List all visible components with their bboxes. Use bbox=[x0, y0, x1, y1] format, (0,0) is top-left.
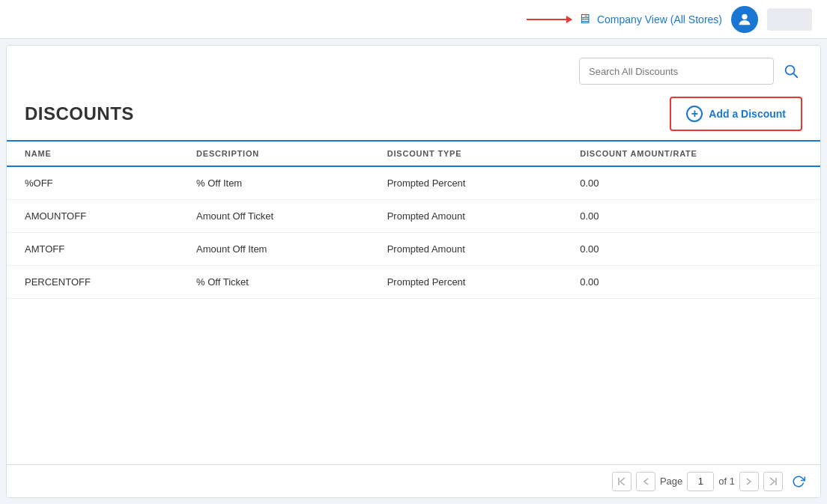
cell-discount_amount: 0.00 bbox=[562, 233, 820, 266]
col-header-description: DESCRIPTION bbox=[178, 141, 369, 166]
table-header: NAME DESCRIPTION DISCOUNT TYPE DISCOUNT … bbox=[7, 141, 820, 166]
discounts-table: NAME DESCRIPTION DISCOUNT TYPE DISCOUNT … bbox=[7, 140, 820, 464]
search-button[interactable] bbox=[780, 63, 802, 79]
col-header-name: NAME bbox=[7, 141, 178, 166]
cell-name: AMOUNTOFF bbox=[7, 200, 178, 233]
user-name-area bbox=[767, 8, 812, 31]
svg-point-0 bbox=[742, 13, 747, 19]
cell-description: Amount Off Ticket bbox=[178, 200, 369, 233]
search-icon bbox=[783, 63, 799, 79]
last-page-button[interactable] bbox=[763, 472, 783, 491]
discounts-header-row: DISCOUNTS + Add a Discount bbox=[7, 91, 820, 140]
cell-discount_type: Prompted Percent bbox=[369, 166, 563, 200]
cell-name: PERCENTOFF bbox=[7, 266, 178, 299]
col-header-discount-type: DISCOUNT TYPE bbox=[369, 141, 563, 166]
cell-discount_type: Prompted Percent bbox=[369, 266, 563, 299]
main-container: 🖥 Company View (All Stores) DISCOUNTS + bbox=[0, 0, 827, 504]
search-row bbox=[7, 46, 820, 91]
add-discount-label: Add a Discount bbox=[709, 108, 786, 120]
first-page-icon bbox=[617, 477, 626, 486]
cell-discount_type: Prompted Amount bbox=[369, 233, 563, 266]
pagination-bar: Page of 1 bbox=[7, 464, 820, 497]
prev-page-icon bbox=[642, 478, 649, 485]
red-arrow-indicator bbox=[527, 19, 572, 20]
table-row[interactable]: AMOUNTOFFAmount Off TicketPrompted Amoun… bbox=[7, 200, 820, 233]
top-bar: 🖥 Company View (All Stores) bbox=[0, 0, 827, 39]
cell-discount_amount: 0.00 bbox=[562, 200, 820, 233]
cell-description: % Off Ticket bbox=[178, 266, 369, 299]
search-input[interactable] bbox=[579, 58, 774, 85]
next-page-icon bbox=[745, 478, 753, 485]
refresh-button[interactable] bbox=[792, 475, 805, 488]
last-page-icon bbox=[769, 477, 778, 486]
col-header-discount-amount: DISCOUNT AMOUNT/RATE bbox=[562, 141, 820, 166]
table-row[interactable]: %OFF% Off ItemPrompted Percent0.00 bbox=[7, 166, 820, 200]
table-body: %OFF% Off ItemPrompted Percent0.00AMOUNT… bbox=[7, 166, 820, 299]
refresh-icon bbox=[792, 475, 805, 488]
cell-description: Amount Off Item bbox=[178, 233, 369, 266]
table-row[interactable]: PERCENTOFF% Off TicketPrompted Percent0.… bbox=[7, 266, 820, 299]
arrow-line bbox=[527, 19, 572, 20]
user-avatar[interactable] bbox=[731, 6, 758, 33]
company-view-label: Company View (All Stores) bbox=[597, 13, 722, 25]
of-label: of 1 bbox=[718, 476, 735, 487]
table-header-row: NAME DESCRIPTION DISCOUNT TYPE DISCOUNT … bbox=[7, 141, 820, 166]
cell-discount_type: Prompted Amount bbox=[369, 200, 563, 233]
cell-name: AMTOFF bbox=[7, 233, 178, 266]
page-label: Page bbox=[660, 476, 682, 487]
svg-line-2 bbox=[793, 73, 797, 77]
next-page-button[interactable] bbox=[739, 472, 759, 491]
discounts-data-table: NAME DESCRIPTION DISCOUNT TYPE DISCOUNT … bbox=[7, 140, 820, 299]
cell-discount_amount: 0.00 bbox=[562, 166, 820, 200]
prev-page-button[interactable] bbox=[636, 472, 655, 491]
company-view-area: 🖥 Company View (All Stores) bbox=[527, 11, 722, 27]
add-discount-button[interactable]: + Add a Discount bbox=[670, 97, 802, 131]
table-row[interactable]: AMTOFFAmount Off ItemPrompted Amount0.00 bbox=[7, 233, 820, 266]
cell-discount_amount: 0.00 bbox=[562, 266, 820, 299]
plus-circle-icon: + bbox=[686, 106, 703, 122]
page-number-input[interactable] bbox=[687, 472, 714, 491]
cell-description: % Off Item bbox=[178, 166, 369, 200]
store-icon: 🖥 bbox=[578, 11, 591, 27]
page-title: DISCOUNTS bbox=[25, 103, 134, 124]
first-page-button[interactable] bbox=[612, 472, 631, 491]
content-area: DISCOUNTS + Add a Discount NAME DESCRIPT… bbox=[6, 45, 821, 498]
cell-name: %OFF bbox=[7, 166, 178, 200]
